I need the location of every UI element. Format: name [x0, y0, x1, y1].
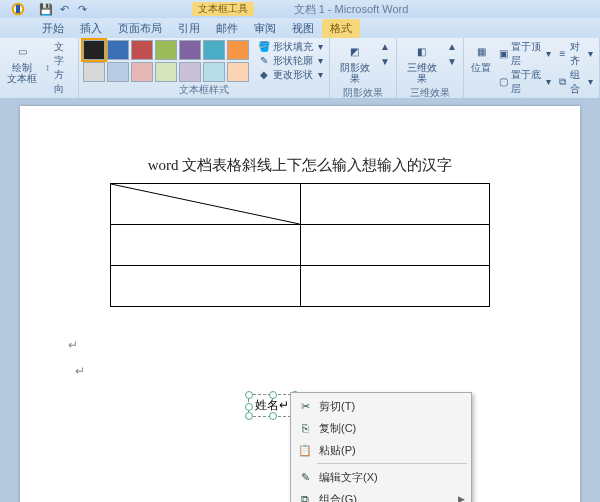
group-styles: 🪣形状填充▾ ✎形状轮廓▾ ◆更改形状▾ 文本框样式 — [79, 38, 330, 98]
group-shadow: ◩ 阴影效果 ▲ ▼ 阴影效果 — [330, 38, 397, 98]
ctx-cut[interactable]: ✂剪切(T) — [293, 395, 469, 417]
page[interactable]: word 文档表格斜线上下怎么输入想输入的汉字 ↵ ↵ 姓名↵ — [20, 106, 580, 502]
draw-textbox-label: 绘制 文本框 — [7, 62, 37, 84]
textbox-icon: ▭ — [12, 41, 32, 61]
tilt-down[interactable]: ▼ — [445, 55, 459, 69]
style-swatch[interactable] — [203, 40, 225, 60]
document-table[interactable] — [110, 183, 490, 307]
shape-fill-button[interactable]: 🪣形状填充▾ — [256, 40, 325, 54]
resize-handle[interactable] — [269, 412, 277, 420]
style-swatch[interactable] — [179, 40, 201, 60]
document-title: 文档 1 - Microsoft Word — [294, 2, 409, 17]
shadow-nudge-up[interactable]: ▲ — [378, 40, 392, 54]
svg-rect-2 — [16, 5, 20, 13]
style-swatch[interactable] — [107, 40, 129, 60]
style-gallery[interactable] — [83, 40, 249, 82]
change-shape-icon: ◆ — [258, 69, 270, 81]
style-swatch[interactable] — [155, 40, 177, 60]
resize-handle[interactable] — [245, 391, 253, 399]
context-menu: ✂剪切(T) ⎘复制(C) 📋粘贴(P) ✎编辑文字(X) ⧉组合(G)▶ ▣叠… — [290, 392, 472, 502]
ctx-separator — [317, 463, 467, 464]
shadow-nudge-down[interactable]: ▼ — [378, 55, 392, 69]
diagonal-line — [111, 184, 300, 224]
shadow-icon: ◩ — [345, 41, 365, 61]
style-swatch[interactable] — [107, 62, 129, 82]
group-text: ▭ 绘制 文本框 ↕文字方向 ⧉创建链接 文本 — [0, 38, 79, 98]
outline-icon: ✎ — [258, 55, 270, 67]
text-direction-icon: ↕ — [45, 62, 51, 74]
ribbon-tabs: 开始 插入 页面布局 引用 邮件 审阅 视图 格式 — [0, 18, 600, 38]
tab-view[interactable]: 视图 — [284, 19, 322, 38]
contextual-tab-label: 文本框工具 — [192, 2, 254, 16]
office-button[interactable] — [2, 0, 34, 18]
table-cell[interactable] — [111, 225, 301, 266]
title-bar: 💾 ↶ ↷ 文本框工具 文档 1 - Microsoft Word — [0, 0, 600, 18]
threed-button[interactable]: ◧ 三维效果 — [401, 40, 442, 85]
group-button[interactable]: ⧉组合▾ — [556, 68, 595, 96]
table-cell[interactable] — [111, 266, 301, 307]
back-icon: ▢ — [499, 76, 508, 88]
align-button[interactable]: ≡对齐▾ — [556, 40, 595, 68]
table-cell[interactable] — [300, 184, 490, 225]
redo-icon[interactable]: ↷ — [74, 1, 90, 17]
table-cell[interactable] — [300, 266, 490, 307]
edit-icon: ✎ — [297, 469, 313, 485]
paragraph-mark: ↵ — [68, 338, 78, 352]
style-swatch[interactable] — [83, 40, 105, 60]
paragraph-mark: ↵ — [75, 364, 85, 378]
ctx-copy[interactable]: ⎘复制(C) — [293, 417, 469, 439]
draw-textbox-button[interactable]: ▭ 绘制 文本框 — [4, 40, 40, 85]
change-shape-button[interactable]: ◆更改形状▾ — [256, 68, 325, 82]
tilt-up[interactable]: ▲ — [445, 40, 459, 54]
document-area: word 文档表格斜线上下怎么输入想输入的汉字 ↵ ↵ 姓名↵ — [0, 98, 600, 502]
undo-icon[interactable]: ↶ — [56, 1, 72, 17]
table-cell[interactable] — [111, 184, 301, 225]
style-swatch[interactable] — [83, 62, 105, 82]
submenu-arrow-icon: ▶ — [458, 494, 465, 502]
tab-review[interactable]: 审阅 — [246, 19, 284, 38]
style-swatch[interactable] — [131, 40, 153, 60]
style-swatch[interactable] — [179, 62, 201, 82]
front-icon: ▣ — [499, 48, 508, 60]
tab-references[interactable]: 引用 — [170, 19, 208, 38]
text-direction-button[interactable]: ↕文字方向 — [43, 40, 74, 96]
copy-icon: ⎘ — [297, 420, 313, 436]
ctx-paste[interactable]: 📋粘贴(P) — [293, 439, 469, 461]
fill-icon: 🪣 — [258, 41, 270, 53]
quick-access-toolbar: 💾 ↶ ↷ — [38, 1, 90, 17]
group-icon: ⧉ — [297, 491, 313, 502]
paste-icon: 📋 — [297, 442, 313, 458]
cut-icon: ✂ — [297, 398, 313, 414]
style-swatch[interactable] — [227, 40, 249, 60]
tab-layout[interactable]: 页面布局 — [110, 19, 170, 38]
tab-insert[interactable]: 插入 — [72, 19, 110, 38]
group-arrange: ▦ 位置 ▣置于顶层▾ ▢置于底层▾ ▤文字环绕▾ ≡对齐▾ ⧉组合▾ ⟳旋转▾… — [464, 38, 600, 98]
align-icon: ≡ — [558, 48, 567, 60]
style-swatch[interactable] — [131, 62, 153, 82]
resize-handle[interactable] — [269, 391, 277, 399]
send-back-button[interactable]: ▢置于底层▾ — [497, 68, 553, 96]
position-icon: ▦ — [471, 41, 491, 61]
group-3d: ◧ 三维效果 ▲ ▼ 三维效果 — [397, 38, 464, 98]
position-button[interactable]: ▦ 位置 — [468, 40, 494, 74]
resize-handle[interactable] — [245, 412, 253, 420]
document-heading: word 文档表格斜线上下怎么输入想输入的汉字 — [60, 156, 540, 175]
ctx-group[interactable]: ⧉组合(G)▶ — [293, 488, 469, 502]
shape-outline-button[interactable]: ✎形状轮廓▾ — [256, 54, 325, 68]
tab-home[interactable]: 开始 — [34, 19, 72, 38]
style-swatch[interactable] — [155, 62, 177, 82]
bring-front-button[interactable]: ▣置于顶层▾ — [497, 40, 553, 68]
group-styles-label: 文本框样式 — [83, 82, 325, 97]
table-cell[interactable] — [300, 225, 490, 266]
ribbon: ▭ 绘制 文本框 ↕文字方向 ⧉创建链接 文本 🪣形状填充▾ ✎形状轮廓▾ ◆更… — [0, 38, 600, 99]
tab-mailings[interactable]: 邮件 — [208, 19, 246, 38]
selected-textbox[interactable]: 姓名↵ — [248, 394, 296, 417]
save-icon[interactable]: 💾 — [38, 1, 54, 17]
ctx-edit-text[interactable]: ✎编辑文字(X) — [293, 466, 469, 488]
svg-line-3 — [111, 184, 300, 224]
tab-format[interactable]: 格式 — [322, 19, 360, 38]
style-swatch[interactable] — [227, 62, 249, 82]
resize-handle[interactable] — [245, 403, 253, 411]
shadow-button[interactable]: ◩ 阴影效果 — [334, 40, 375, 85]
style-swatch[interactable] — [203, 62, 225, 82]
